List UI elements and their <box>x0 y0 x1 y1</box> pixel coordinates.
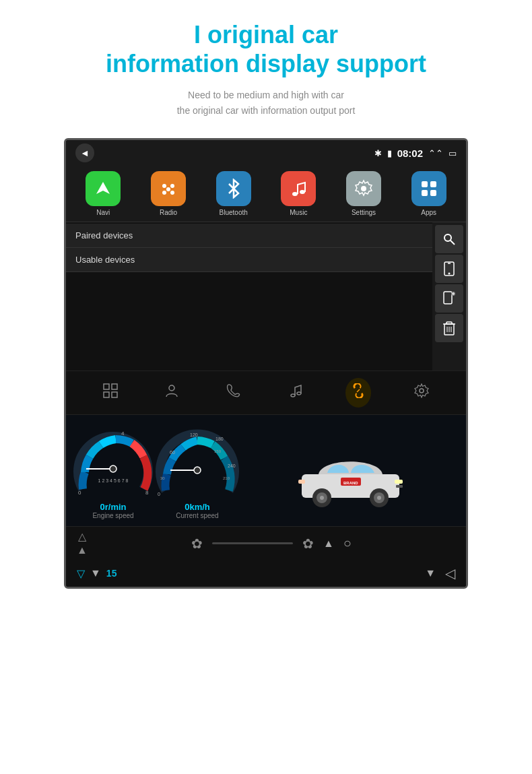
speed-value: 0km/h <box>185 502 210 512</box>
svg-line-14 <box>451 240 455 245</box>
svg-point-5 <box>166 187 170 191</box>
ctrl2-right: ▼ ◁ <box>425 565 455 581</box>
phone-settings-btn[interactable] <box>435 284 463 313</box>
status-bar: ◄ ✱ ▮ 08:02 ⌃⌃ ▭ <box>66 140 466 166</box>
app-settings[interactable]: Settings <box>333 171 395 216</box>
svg-rect-60 <box>395 480 403 484</box>
control-bar-2: ▽ ▼ 15 ▼ ◁ <box>66 560 466 587</box>
svg-point-32 <box>169 385 174 391</box>
radio-icon <box>151 171 186 206</box>
navi-icon <box>86 171 121 206</box>
svg-point-59 <box>377 496 381 500</box>
volume-number: 15 <box>106 568 117 579</box>
apps-icon <box>411 171 446 206</box>
down-btn-filled[interactable]: ▼ <box>90 567 101 579</box>
up-btn-filled[interactable]: ▲ <box>77 544 88 556</box>
svg-point-7 <box>300 190 305 194</box>
content-area: Paired devices Usable devices <box>66 222 466 370</box>
bottom-nav <box>66 370 466 415</box>
search-btn[interactable] <box>435 225 463 253</box>
vol-up-btn[interactable]: ▲ <box>323 538 334 550</box>
svg-text:0: 0 <box>78 490 81 496</box>
navi-label: Navi <box>96 209 110 216</box>
page-header: I original car information display suppo… <box>0 0 532 125</box>
settings-icon <box>346 171 381 206</box>
home-btn[interactable]: ○ <box>343 536 352 551</box>
svg-text:240: 240 <box>228 463 236 468</box>
rpm-sublabel: Engine speed <box>92 512 133 519</box>
page-title: I original car information display suppo… <box>27 20 505 78</box>
app-bar: Navi Radio Bluetooth <box>66 166 466 222</box>
svg-point-13 <box>444 234 451 241</box>
svg-point-2 <box>170 184 174 188</box>
control-bar-1: △ ▲ ✿ ✿ ▲ ○ <box>66 526 466 560</box>
speed-gauge: 0 60 120 180 240 30 150 210 0km/h Curren… <box>154 428 241 519</box>
svg-rect-61 <box>298 480 305 484</box>
fan-right-btn[interactable]: ✿ <box>302 536 314 552</box>
app-radio[interactable]: Radio <box>138 171 199 216</box>
svg-point-1 <box>162 184 166 188</box>
svg-point-4 <box>170 191 174 195</box>
app-apps[interactable]: Apps <box>398 171 459 216</box>
signal-icon: ▮ <box>387 148 392 158</box>
back-btn[interactable]: ◁ <box>445 565 455 581</box>
svg-rect-18 <box>444 292 452 304</box>
status-right: ✱ ▮ 08:02 ⌃⌃ ▭ <box>374 148 457 159</box>
svg-rect-30 <box>104 392 109 397</box>
svg-rect-31 <box>112 392 117 397</box>
delete-btn[interactable] <box>435 314 463 342</box>
device-frame: ◄ ✱ ▮ 08:02 ⌃⌃ ▭ Navi <box>64 138 468 589</box>
svg-point-17 <box>448 273 451 275</box>
svg-point-41 <box>110 465 117 472</box>
nav-person[interactable] <box>160 379 183 406</box>
svg-rect-9 <box>422 181 428 187</box>
nav-music[interactable] <box>284 379 307 406</box>
app-music[interactable]: Music <box>268 171 329 216</box>
volume-bar[interactable] <box>212 542 293 544</box>
nav-phone[interactable] <box>222 379 245 406</box>
bluetooth-status-icon: ✱ <box>374 148 382 158</box>
gauges-section: 0 4 8 1 2 3 4 5 6 7 8 0r/min Engine spee… <box>66 415 466 526</box>
svg-point-52 <box>194 467 201 474</box>
up-btn-outline[interactable]: △ <box>78 530 86 543</box>
nav-settings[interactable] <box>410 379 433 406</box>
svg-text:4: 4 <box>121 430 125 437</box>
svg-point-34 <box>297 392 301 395</box>
svg-line-35 <box>357 389 360 392</box>
svg-point-8 <box>361 186 366 191</box>
rpm-gauge: 0 4 8 1 2 3 4 5 6 7 8 0r/min Engine spee… <box>73 428 154 519</box>
svg-rect-24 <box>446 322 452 324</box>
app-bluetooth[interactable]: Bluetooth <box>203 171 264 216</box>
down-btn-outline[interactable]: ▽ <box>77 567 85 580</box>
svg-text:210: 210 <box>223 476 230 480</box>
device-list: Paired devices Usable devices <box>66 222 432 370</box>
svg-text:0: 0 <box>158 492 160 496</box>
bluetooth-icon <box>216 171 251 206</box>
phone-btn[interactable] <box>435 255 463 283</box>
ctrl-center: ✿ ✿ ▲ ○ <box>88 536 455 552</box>
vol-down-btn[interactable]: ▼ <box>425 567 436 579</box>
app-navi[interactable]: Navi <box>73 171 134 216</box>
svg-point-6 <box>292 192 298 196</box>
svg-rect-28 <box>104 384 109 389</box>
svg-text:150: 150 <box>214 449 222 453</box>
page-subtitle: Need to be medium and high with car the … <box>27 88 505 118</box>
nav-grid[interactable] <box>99 379 122 406</box>
svg-point-56 <box>320 496 324 500</box>
car-image: BRAND <box>295 441 406 508</box>
back-button[interactable]: ◄ <box>75 143 94 162</box>
svg-rect-12 <box>430 190 436 196</box>
paired-devices-item[interactable]: Paired devices <box>66 224 432 248</box>
clock: 08:02 <box>397 148 423 159</box>
rpm-value: 0r/min <box>100 502 126 512</box>
expand-icon: ⌃⌃ <box>428 148 443 158</box>
music-icon <box>281 171 316 206</box>
settings-label: Settings <box>352 209 376 216</box>
nav-link[interactable] <box>345 378 371 408</box>
svg-text:120: 120 <box>190 432 198 437</box>
svg-text:60: 60 <box>170 450 175 455</box>
usable-devices-item[interactable]: Usable devices <box>66 248 432 272</box>
music-label: Music <box>290 209 307 216</box>
fan-left-btn[interactable]: ✿ <box>191 536 203 552</box>
apps-label: Apps <box>421 209 436 216</box>
